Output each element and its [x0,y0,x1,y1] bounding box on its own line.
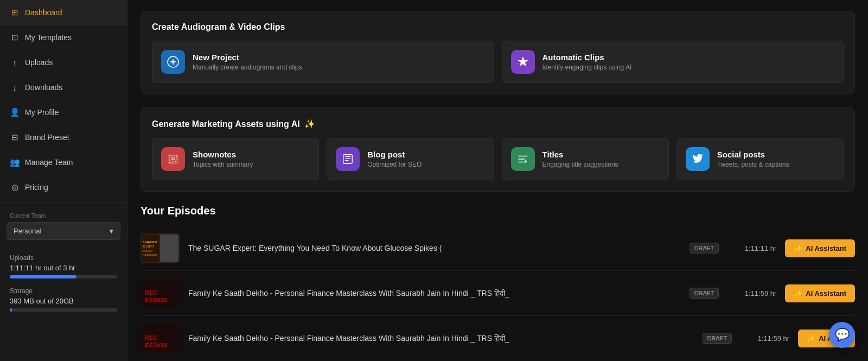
sidebar-item-label: Manage Team [25,158,73,167]
table-row: REC ESSION Family Ke Saath Dekho - Perso… [141,316,855,360]
sidebar-item-label: Uploads [25,58,53,67]
svg-text:TO BEAT: TO BEAT [143,245,154,248]
storage-value: 393 MB out of 20GB [10,297,117,305]
downloads-icon: ↓ [10,83,20,92]
thumb-placeholder: 5 HACKS TO BEAT SUGAR CRAVINGS [141,233,180,263]
blog-post-title: Blog post [367,150,422,159]
sidebar-item-dashboard[interactable]: ⊞ Dashboard [0,0,127,25]
svg-text:ESSION: ESSION [145,342,168,349]
social-posts-card[interactable]: Social posts Tweets, posts & captions [676,138,844,180]
social-posts-title: Social posts [717,150,789,159]
automatic-clips-card[interactable]: Automatic Clips Identify engaging clips … [502,41,844,83]
create-cards-row: New Project Manually create audiograms a… [152,41,844,83]
titles-subtitle: Engaging title suggestions [542,161,618,168]
uploads-value: 1:11:11 hr out of 3 hr [10,264,117,272]
sidebar-item-downloads[interactable]: ↓ Downloads [0,75,127,100]
team-select[interactable]: Personal ▾ [7,222,120,240]
blog-post-card[interactable]: Blog post Optimized for SEO [327,138,494,180]
sidebar-item-label: Brand Preset [25,133,69,142]
social-posts-text: Social posts Tweets, posts & captions [717,150,789,168]
new-project-title: New Project [193,53,302,62]
profile-icon: 👤 [10,107,20,117]
storage-label: Storage [10,287,117,295]
episode-thumbnail: 5 HACKS TO BEAT SUGAR CRAVINGS [141,233,180,263]
draft-badge: DRAFT [690,243,719,254]
svg-rect-3 [343,155,353,164]
brand-icon: ⊟ [10,132,20,142]
sidebar-item-label: My Templates [25,33,72,42]
pricing-icon: ◎ [10,182,20,192]
storage-section: Storage 393 MB out of 20GB [0,282,127,315]
storage-progress-fill [10,308,12,312]
table-row: 5 HACKS TO BEAT SUGAR CRAVINGS The SUGAR… [141,226,855,271]
create-section: Create Audiogram & Video Clips New Proje… [141,11,855,94]
sidebar-item-my-profile[interactable]: 👤 My Profile [0,100,127,125]
automatic-clips-title: Automatic Clips [542,53,632,62]
sidebar-item-pricing[interactable]: ◎ Pricing [0,175,127,200]
blog-post-subtitle: Optimized for SEO [367,161,422,168]
create-section-title: Create Audiogram & Video Clips [152,22,844,32]
chat-bubble[interactable]: 💬 [829,322,855,348]
wand-icon: ✨ [304,119,315,129]
wand-icon: ✨ [794,244,802,252]
wand-icon: ✨ [807,334,815,343]
sidebar-divider [0,202,127,202]
svg-text:CRAVINGS: CRAVINGS [143,254,157,257]
episodes-section: Your Episodes 5 HACKS TO BEAT SUGAR CRAV… [141,205,855,360]
uploads-section: Uploads 1:11:11 hr out of 3 hr [0,249,127,282]
wand-icon: ✨ [794,289,802,297]
blog-post-text: Blog post Optimized for SEO [367,150,422,168]
sidebar-item-manage-team[interactable]: 👥 Manage Team [0,150,127,175]
sidebar-item-label: Dashboard [25,8,62,17]
sidebar: ⊞ Dashboard ⊡ My Templates ↑ Uploads ↓ D… [0,0,127,361]
svg-text:SUGAR: SUGAR [143,249,152,252]
marketing-cards-row: Shownotes Topics with summary Blog post … [152,138,844,180]
new-project-subtitle: Manually create audiograms and clips [193,64,302,71]
current-team-label: Current Team [0,205,127,222]
svg-text:REC: REC [145,334,158,341]
chat-icon: 💬 [835,328,850,342]
shownotes-card[interactable]: Shownotes Topics with summary [152,138,319,180]
shownotes-text: Shownotes Topics with summary [193,150,253,168]
ai-button-label: AI Assistant [806,244,846,252]
new-project-card[interactable]: New Project Manually create audiograms a… [152,41,494,83]
episode-title: Family Ke Saath Dekho - Personal Finance… [188,289,681,298]
svg-rect-5 [142,235,159,262]
automatic-clips-subtitle: Identify engaging clips using AI [542,64,632,71]
titles-title: Titles [542,150,618,159]
titles-card[interactable]: Titles Engaging title suggestions [502,138,669,180]
marketing-section: Generate Marketing Assets using AI ✨ Sho… [141,107,855,192]
new-project-icon [161,50,185,74]
sidebar-item-uploads[interactable]: ↑ Uploads [0,50,127,75]
ai-assistant-button[interactable]: ✨ AI Assistant [785,284,855,302]
episode-thumbnail: REC ESSION [141,278,180,308]
svg-rect-6 [160,235,178,262]
marketing-section-title: Generate Marketing Assets using AI [152,119,300,129]
titles-text: Titles Engaging title suggestions [542,150,618,168]
uploads-label: Uploads [10,254,117,262]
sidebar-item-brand-preset[interactable]: ⊟ Brand Preset [0,125,127,150]
uploads-progress-bg [10,275,117,278]
ai-button-label: AI Assistant [806,289,846,297]
shownotes-title: Shownotes [193,150,253,159]
titles-icon [511,147,535,171]
storage-progress-bg [10,308,117,312]
draft-badge: DRAFT [690,288,719,299]
uploads-progress-fill [10,275,76,278]
social-posts-subtitle: Tweets, posts & captions [717,161,789,168]
chevron-down-icon: ▾ [110,227,113,235]
ai-assistant-button[interactable]: ✨ AI Assistant [785,239,855,257]
social-posts-icon [686,147,710,171]
new-project-text: New Project Manually create audiograms a… [193,53,302,71]
svg-text:ESSION: ESSION [145,297,168,303]
sidebar-item-my-templates[interactable]: ⊡ My Templates [0,25,127,50]
uploads-icon: ↑ [10,58,20,67]
shownotes-subtitle: Topics with summary [193,161,253,168]
main-content: Create Audiogram & Video Clips New Proje… [127,0,868,361]
shownotes-icon [161,147,185,171]
episodes-title: Your Episodes [141,205,855,217]
team-icon: 👥 [10,157,20,167]
sidebar-item-label: Downloads [25,83,62,92]
sidebar-item-label: My Profile [25,108,59,117]
episode-title: The SUGAR Expert: Everything You Need To… [188,244,681,252]
